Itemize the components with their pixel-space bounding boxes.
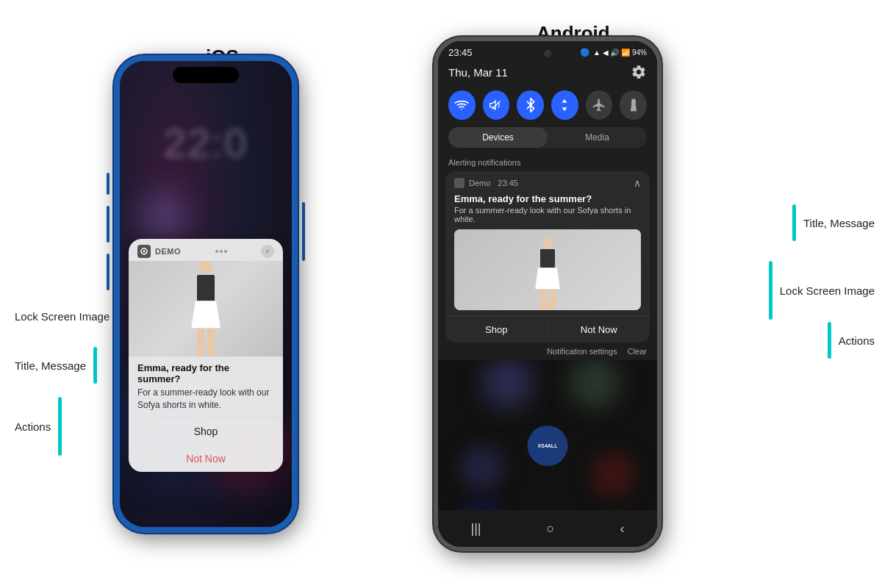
android-airplane-toggle[interactable] xyxy=(586,90,613,120)
android-lock-image-bar xyxy=(769,261,772,320)
android-bottom-nav: ||| ○ ‹ xyxy=(438,510,657,547)
android-date: Thu, Mar 11 xyxy=(448,66,508,79)
ios-shop-button[interactable]: Shop xyxy=(129,418,283,445)
android-alerting-label: Alerting notifications xyxy=(438,155,657,171)
android-notification-footer: Notification settings Clear xyxy=(438,343,657,360)
android-panel-tabs: Devices Media xyxy=(448,127,647,148)
ios-volume-up-button[interactable] xyxy=(107,206,110,243)
ios-volume-down-button[interactable] xyxy=(107,254,110,290)
ios-notif-app-icon xyxy=(137,245,151,258)
ios-notif-dots[interactable] xyxy=(215,250,227,253)
ios-frame-wrapper: 22:0 DEMO xyxy=(114,55,298,533)
ios-notif-app-row: DEMO xyxy=(137,245,181,258)
android-bluetooth-toggle[interactable] xyxy=(517,90,544,120)
ios-notification-actions: Shop Not Now xyxy=(129,417,283,472)
android-notification-card: Demo 23:45 ∧ Emma, ready for the summer?… xyxy=(445,171,650,343)
android-notif-expand-button[interactable]: ∧ xyxy=(634,177,641,189)
android-actions-annotation: Actions xyxy=(828,322,875,359)
ios-power-button[interactable] xyxy=(302,202,305,261)
android-wallpaper-circle-1 xyxy=(482,357,534,409)
android-media-tab[interactable]: Media xyxy=(548,127,647,148)
android-camera-dot xyxy=(544,50,551,57)
android-wallpaper-circle-2 xyxy=(569,357,620,409)
android-notif-app-info: Demo 23:45 xyxy=(454,178,518,188)
ios-lock-time-blur: 22:0 xyxy=(163,120,248,167)
android-lock-screen-image-annotation: Lock Screen Image xyxy=(769,261,875,320)
ios-actions-annotation: Actions xyxy=(15,397,62,456)
page-container: iOS Android Lock Screen Image Title, Mes… xyxy=(0,0,882,588)
ios-actions-bar xyxy=(58,397,62,456)
svg-point-1 xyxy=(143,251,146,253)
ios-model-figure xyxy=(191,261,220,356)
android-wifi-toggle[interactable] xyxy=(448,90,476,120)
android-clear-link[interactable]: Clear xyxy=(628,347,647,356)
android-status-icons: 🔵 ▲ ◀ 🔊 📶 94% xyxy=(580,48,647,57)
android-notif-message: For a summer-ready look with our Sofya s… xyxy=(445,206,650,229)
android-notif-app-icon xyxy=(454,178,465,188)
ios-notif-close-button[interactable]: × xyxy=(261,245,274,258)
android-data-toggle[interactable] xyxy=(551,90,578,120)
android-notification-panel: 23:45 🔵 ▲ ◀ 🔊 📶 94% Thu, Mar 11 xyxy=(438,41,657,360)
android-wallpaper-circle-4 xyxy=(591,453,635,497)
ios-title-message-annotation: Title, Message xyxy=(15,347,97,384)
android-settings-icon[interactable] xyxy=(631,64,647,80)
ios-not-now-button[interactable]: Not Now xyxy=(129,445,283,472)
ios-lock-screen-image-annotation: Lock Screen Image xyxy=(15,294,121,338)
android-not-now-button[interactable]: Not Now xyxy=(548,317,650,343)
android-shop-button[interactable]: Shop xyxy=(445,317,548,343)
ios-title-bar xyxy=(93,347,97,384)
android-notification-settings-link[interactable]: Notification settings xyxy=(547,347,617,356)
android-recent-button[interactable]: ||| xyxy=(471,521,481,537)
android-notif-time: 23:45 xyxy=(498,179,518,187)
ios-phone: 22:0 DEMO xyxy=(114,55,298,533)
ios-notch xyxy=(173,67,239,83)
ios-notif-header: DEMO × xyxy=(129,239,283,261)
android-battery-icon: ▲ ◀ 🔊 📶 94% xyxy=(593,49,647,57)
ios-mute-button[interactable] xyxy=(107,173,110,195)
android-phone-frame: XS4ALL ||| ○ ‹ 23:45 🔵 ▲ ◀ 🔊 📶 94% xyxy=(434,37,662,551)
xs4all-app-icon[interactable]: XS4ALL xyxy=(528,426,568,466)
android-actions-bar xyxy=(828,322,831,359)
ios-phone-frame: 22:0 DEMO xyxy=(114,55,298,533)
android-phone: XS4ALL ||| ○ ‹ 23:45 🔵 ▲ ◀ 🔊 📶 94% xyxy=(434,37,662,551)
android-devices-tab[interactable]: Devices xyxy=(448,127,548,148)
ios-notif-body: Emma, ready for the summer? For a summer… xyxy=(129,356,283,417)
android-notif-top-row: Demo 23:45 ∧ xyxy=(445,171,650,192)
android-notif-app-name: Demo xyxy=(469,179,490,187)
android-clock: 23:45 xyxy=(448,47,473,58)
android-notif-title: Emma, ready for the summer? xyxy=(445,192,650,206)
ios-notification-card: DEMO × xyxy=(129,239,283,472)
android-title-bar xyxy=(792,204,796,241)
android-home-button[interactable]: ○ xyxy=(547,521,555,537)
android-date-row: Thu, Mar 11 xyxy=(438,61,657,86)
android-notification-actions: Shop Not Now xyxy=(445,316,650,343)
ios-notif-title: Emma, ready for the summer? xyxy=(137,362,274,384)
android-sound-toggle[interactable] xyxy=(483,90,510,120)
android-title-message-annotation: Title, Message xyxy=(792,204,875,241)
android-flashlight-toggle[interactable] xyxy=(620,90,647,120)
android-quick-settings xyxy=(438,86,657,127)
ios-notification-image xyxy=(129,261,283,356)
android-notification-image xyxy=(454,229,641,310)
android-back-button[interactable]: ‹ xyxy=(620,521,624,537)
android-bluetooth-icon: 🔵 xyxy=(580,48,590,57)
ios-notif-app-name: DEMO xyxy=(155,247,181,256)
android-model-figure xyxy=(535,237,560,310)
ios-notif-message: For a summer-ready look with our Sofya s… xyxy=(137,387,274,412)
ios-wallpaper-circle-light xyxy=(142,193,186,237)
android-wallpaper-circle-3 xyxy=(460,445,504,490)
